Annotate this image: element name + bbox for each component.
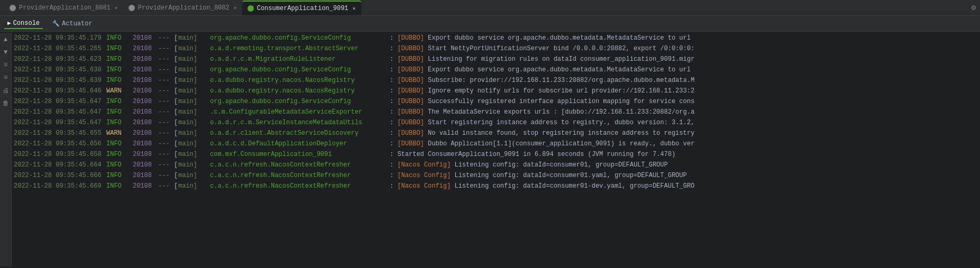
log-datetime: 2022-11-28 09:35:45.265 — [14, 43, 106, 54]
log-msg: : [DUBBO] The MetadataService exports ur… — [390, 107, 694, 117]
log-logger: o.a.d.r.client.AbstractServiceDiscovery — [210, 128, 390, 138]
log-msg: : [Nacos Config] Listening config: dataI… — [390, 160, 668, 170]
log-level: INFO — [106, 160, 133, 170]
tab-icon-consumer — [248, 5, 254, 12]
tab-icon-provider1 — [10, 5, 16, 11]
log-pid: 20108 — [133, 75, 158, 86]
log-bracket-open: [ — [174, 86, 178, 96]
scroll-up-btn[interactable]: ▲ — [1, 35, 11, 44]
log-logger: o.a.dubbo.registry.nacos.NacosRegistry — [210, 86, 390, 96]
log-sep: --- — [158, 170, 174, 181]
log-pid: 20108 — [133, 181, 158, 191]
log-content: 2022-11-28 09:35:45.179 INFO 20108 --- [… — [12, 33, 980, 267]
log-line: 2022-11-28 09:35:45.656 INFO 20108 --- [… — [14, 138, 978, 149]
toolbar-tab-actuator[interactable]: 🔧 Actuator — [49, 19, 96, 29]
scroll-down-btn[interactable]: ▼ — [1, 48, 11, 57]
log-thread: main] — [178, 86, 210, 96]
log-level: INFO — [106, 54, 133, 64]
log-line: 2022-11-28 09:35:45.179 INFO 20108 --- [… — [14, 33, 978, 43]
log-msg: : [DUBBO] Export dubbo service org.apach… — [390, 64, 691, 75]
tab-consumer[interactable]: ConsumerApplication_9091 ✕ — [242, 1, 361, 15]
close-tab-provider2[interactable]: ✕ — [234, 5, 237, 11]
log-datetime: 2022-11-28 09:35:45.656 — [14, 138, 106, 149]
log-bracket-open: [ — [174, 117, 178, 128]
log-sep: --- — [158, 149, 174, 160]
log-pid: 20108 — [133, 43, 158, 54]
log-logger: o.a.d.r.c.m.MigrationRuleListener — [210, 54, 390, 64]
log-bracket-open: [ — [174, 128, 178, 138]
log-datetime: 2022-11-28 09:35:45.647 — [14, 96, 106, 107]
log-sep: --- — [158, 181, 174, 191]
log-thread: main] — [178, 43, 210, 54]
tab-provider1[interactable]: ProviderApplication_8081 ✕ — [4, 1, 123, 15]
log-msg: : [DUBBO] Subscribe: provider://192.168.… — [390, 75, 694, 86]
log-bracket-open: [ — [174, 54, 178, 64]
log-pid: 20108 — [133, 86, 158, 96]
clear-btn[interactable]: 🗑 — [1, 98, 11, 108]
log-bracket-open: [ — [174, 107, 178, 117]
log-level: INFO — [106, 64, 133, 75]
log-logger: c.a.c.n.refresh.NacosContextRefresher — [210, 170, 390, 181]
settings-icon[interactable]: ⚙ — [972, 3, 976, 12]
log-pid: 20108 — [133, 128, 158, 138]
log-line: 2022-11-28 09:35:45.664 INFO 20108 --- [… — [14, 160, 978, 170]
log-logger: .c.m.ConfigurableMetadataServiceExporter — [210, 107, 390, 117]
log-bracket-open: [ — [174, 64, 178, 75]
tab-provider2[interactable]: ProviderApplication_8082 ✕ — [123, 1, 242, 15]
log-sep: --- — [158, 107, 174, 117]
log-thread: main] — [178, 54, 210, 64]
log-thread: main] — [178, 64, 210, 75]
log-msg: : [DUBBO] Successfully registered interf… — [390, 96, 694, 107]
log-level: INFO — [106, 149, 133, 160]
log-line: 2022-11-28 09:35:45.623 INFO 20108 --- [… — [14, 54, 978, 64]
log-datetime: 2022-11-28 09:35:45.658 — [14, 149, 106, 160]
log-level: WARN — [106, 86, 133, 96]
log-bracket-open: [ — [174, 149, 178, 160]
log-msg: : [DUBBO] No valid instance found, stop … — [390, 128, 694, 138]
log-line: 2022-11-28 09:35:45.647 INFO 20108 --- [… — [14, 117, 978, 128]
log-logger: c.a.c.n.refresh.NacosContextRefresher — [210, 181, 390, 191]
wrap-btn[interactable]: ≡ — [1, 60, 11, 70]
log-thread: main] — [178, 160, 210, 170]
log-sep: --- — [158, 117, 174, 128]
console-label: Console — [13, 20, 40, 27]
log-logger: com.mxf.ConsumerApplication_9091 — [210, 149, 390, 160]
log-sep: --- — [158, 138, 174, 149]
log-sep: --- — [158, 33, 174, 43]
log-msg: : [DUBBO] Start registering instance add… — [390, 117, 694, 128]
log-sep: --- — [158, 96, 174, 107]
log-thread: main] — [178, 75, 210, 86]
log-bracket-open: [ — [174, 181, 178, 191]
log-thread: main] — [178, 149, 210, 160]
close-tab-provider1[interactable]: ✕ — [115, 5, 118, 11]
log-pid: 20108 — [133, 117, 158, 128]
log-thread: main] — [178, 96, 210, 107]
log-thread: main] — [178, 107, 210, 117]
log-sep: --- — [158, 86, 174, 96]
log-datetime: 2022-11-28 09:35:45.179 — [14, 33, 106, 43]
log-level: INFO — [106, 96, 133, 107]
print-btn[interactable]: 🖨 — [1, 86, 11, 95]
log-thread: main] — [178, 170, 210, 181]
log-datetime: 2022-11-28 09:35:45.646 — [14, 86, 106, 96]
log-sep: --- — [158, 64, 174, 75]
log-level: INFO — [106, 75, 133, 86]
log-msg: : Started ConsumerApplication_9091 in 6.… — [390, 149, 675, 160]
log-level: INFO — [106, 181, 133, 191]
log-datetime: 2022-11-28 09:35:45.666 — [14, 170, 106, 181]
log-sep: --- — [158, 128, 174, 138]
toolbar-tab-console[interactable]: ▶ Console — [4, 19, 43, 29]
toolbar: ▶ Console 🔧 Actuator — [0, 16, 980, 32]
close-tab-consumer[interactable]: ✕ — [353, 5, 356, 12]
filter-btn[interactable]: ≡ — [1, 73, 11, 82]
log-level: INFO — [106, 170, 133, 181]
log-pid: 20108 — [133, 170, 158, 181]
log-bracket-open: [ — [174, 33, 178, 43]
log-datetime: 2022-11-28 09:35:45.639 — [14, 75, 106, 86]
log-level: INFO — [106, 107, 133, 117]
console-icon: ▶ — [7, 20, 11, 26]
log-pid: 20108 — [133, 64, 158, 75]
log-datetime: 2022-11-28 09:35:45.669 — [14, 181, 106, 191]
log-bracket-open: [ — [174, 160, 178, 170]
log-thread: main] — [178, 128, 210, 138]
